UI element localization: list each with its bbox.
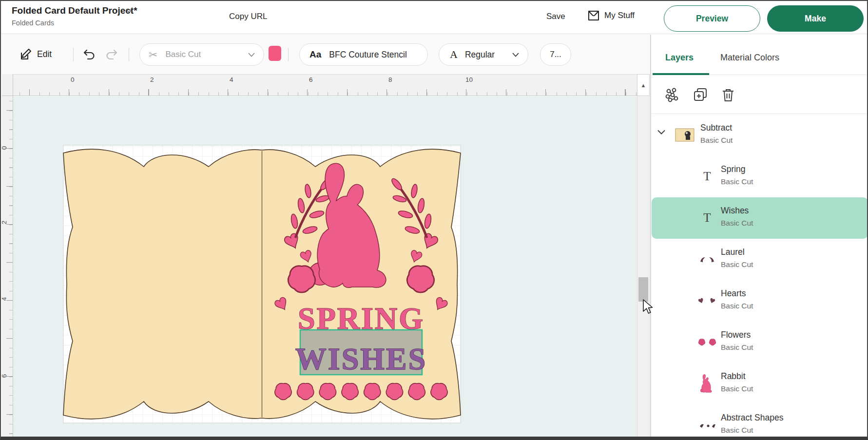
ruler-number: 4 — [0, 297, 8, 301]
inbox-icon — [587, 10, 600, 21]
layer-cut-type: Basic Cut — [721, 426, 753, 435]
scroll-up-button[interactable]: ▲ — [637, 74, 650, 96]
layer-name: Hearts — [721, 288, 746, 299]
layer-name: Rabbit — [721, 371, 746, 382]
style-a-icon: A — [450, 48, 458, 61]
flower-shape[interactable] — [288, 266, 315, 293]
tab-material-colors[interactable]: Material Colors — [720, 53, 779, 63]
layer-cut-type: Basic Cut — [721, 260, 753, 269]
redo-button[interactable] — [104, 35, 119, 74]
flower-shape[interactable] — [386, 383, 403, 400]
scissors-icon: ✂ — [149, 49, 157, 61]
mouse-cursor — [642, 299, 654, 315]
tab-layers[interactable]: Layers — [665, 53, 694, 63]
undo-icon — [82, 48, 96, 61]
edit-button[interactable]: Edit — [19, 35, 52, 74]
chevron-down-icon — [512, 53, 519, 57]
ruler-number: 8 — [388, 76, 392, 83]
layer-row-wishes[interactable]: T Wishes Basic Cut — [652, 197, 868, 239]
design-canvas[interactable]: SPRING WISHES — [13, 96, 637, 437]
layer-cut-type: Basic Cut — [721, 177, 753, 186]
preview-button[interactable]: Preview — [664, 5, 760, 32]
flower-shape[interactable] — [319, 383, 336, 400]
text-layer-icon: T — [696, 208, 718, 228]
scrollbar-thumb[interactable] — [638, 277, 648, 302]
layer-name: Wishes — [721, 206, 749, 216]
layer-thumbnail — [696, 374, 718, 393]
layer-row-subtract[interactable]: Subtract Basic Cut — [652, 115, 868, 156]
trash-icon[interactable] — [721, 87, 735, 103]
chevron-down-icon[interactable] — [126, 9, 133, 13]
flower-shape[interactable] — [297, 383, 314, 400]
layer-name: Abstract Shapes — [721, 413, 783, 423]
project-title[interactable]: Folded Card Default Project* — [12, 5, 137, 16]
horizontal-ruler: 0 2 4 6 8 10 — [13, 74, 637, 96]
layers-panel: Layers Material Colors S — [652, 35, 868, 437]
layer-name: Spring — [721, 164, 746, 174]
font-dropdown[interactable]: Aa BFC Couture Stencil — [299, 43, 428, 66]
layer-thumbnail — [674, 125, 695, 145]
layer-name: Flowers — [721, 330, 751, 340]
layer-cut-type: Basic Cut — [721, 384, 753, 393]
flower-shape[interactable] — [364, 383, 381, 400]
pen-square-icon — [19, 48, 32, 61]
copy-url-button[interactable]: Copy URL — [229, 12, 267, 21]
vertical-ruler: 0 2 4 6 — [2, 96, 13, 437]
layer-thumbnail — [696, 332, 718, 352]
card-design: SPRING WISHES — [13, 96, 637, 437]
divider — [129, 48, 129, 61]
canvas-scrollbar[interactable] — [637, 96, 650, 437]
layer-cut-type: Basic Cut — [721, 343, 753, 352]
undo-button[interactable] — [82, 35, 96, 74]
flower-shape[interactable] — [407, 266, 434, 293]
divider — [650, 35, 651, 437]
layer-list: Subtract Basic Cut T Spring Basic Cut T … — [652, 115, 868, 437]
style-value: Regular — [465, 50, 495, 60]
font-aa-icon: Aa — [309, 49, 321, 60]
divider — [73, 48, 74, 61]
layer-row-hearts[interactable]: Hearts Basic Cut — [652, 280, 868, 322]
ruler-number: 4 — [230, 76, 233, 83]
group-icon[interactable] — [664, 87, 680, 103]
linetype-value: Basic Cut — [165, 50, 201, 59]
duplicate-icon[interactable] — [693, 87, 709, 103]
make-button[interactable]: Make — [767, 5, 864, 32]
font-name-value: BFC Couture Stencil — [329, 50, 407, 60]
font-size-field[interactable]: 7... — [540, 43, 571, 66]
ruler-number: 6 — [0, 374, 8, 378]
text-layer-icon: T — [696, 167, 718, 186]
color-swatch[interactable] — [269, 46, 281, 61]
save-button[interactable]: Save — [546, 12, 565, 21]
flower-shape[interactable] — [431, 383, 447, 400]
layer-row-spring[interactable]: T Spring Basic Cut — [652, 156, 868, 197]
ruler-number: 6 — [309, 76, 313, 83]
linetype-dropdown[interactable]: ✂ Basic Cut — [139, 43, 264, 66]
divider — [288, 48, 289, 61]
chevron-down-icon[interactable] — [657, 130, 665, 134]
active-tab-underline — [653, 73, 709, 75]
layer-cut-type: Basic Cut — [700, 136, 733, 145]
flower-shape[interactable] — [275, 383, 291, 400]
ruler-number: 0 — [71, 76, 75, 83]
edit-toolbar: Edit ✂ Basic Cut Aa BFC Couture Stencil … — [1, 35, 650, 74]
layer-thumbnail — [696, 415, 718, 435]
font-style-dropdown[interactable]: A Regular — [439, 43, 528, 66]
my-stuff-label: My Stuff — [604, 11, 635, 20]
layer-cut-type: Basic Cut — [721, 302, 753, 310]
flower-shape[interactable] — [408, 383, 425, 400]
flower-shape[interactable] — [342, 383, 358, 400]
ruler-number: 0 — [0, 146, 8, 150]
ruler-corner — [2, 74, 13, 96]
my-stuff-button[interactable]: My Stuff — [587, 10, 635, 21]
project-subtitle: Folded Cards — [12, 19, 54, 27]
layer-name: Laurel — [721, 247, 745, 257]
layer-actions — [652, 76, 868, 114]
layer-row-flowers[interactable]: Flowers Basic Cut — [652, 322, 868, 363]
panel-tabs: Layers Material Colors — [652, 35, 868, 75]
layer-thumbnail — [696, 291, 718, 310]
layer-row-abstract-shapes[interactable]: Abstract Shapes Basic Cut — [652, 404, 868, 437]
card-text-wishes[interactable]: WISHES — [295, 342, 427, 376]
layer-name: Subtract — [700, 123, 732, 133]
layer-row-rabbit[interactable]: Rabbit Basic Cut — [652, 363, 868, 404]
layer-row-laurel[interactable]: Laurel Basic Cut — [652, 239, 868, 280]
